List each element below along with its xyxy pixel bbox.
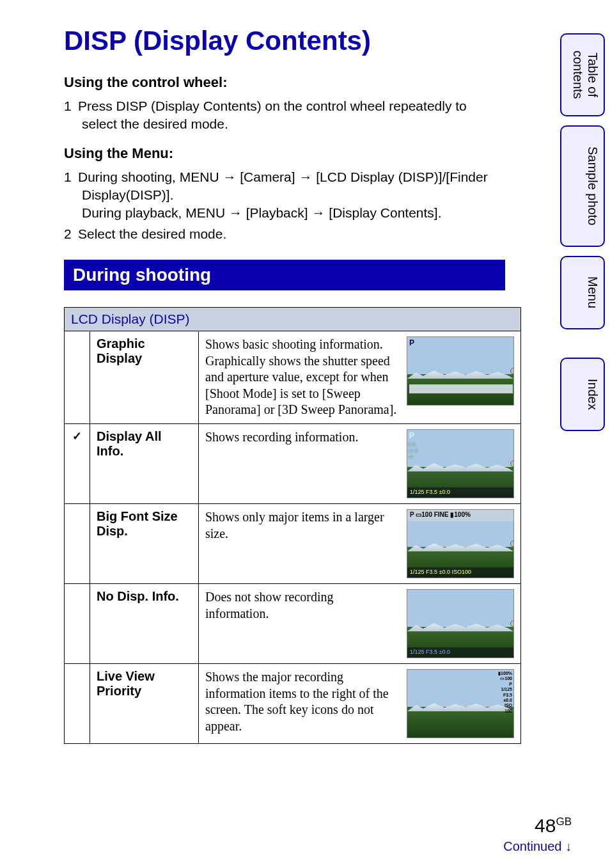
page-number: 48GB xyxy=(503,815,572,837)
table-row: Big Font Size Disp. Shows only major ite… xyxy=(65,504,521,584)
thumb-graphic-display: P xyxy=(407,336,514,406)
table-row: Live View Priority Shows the major recor… xyxy=(65,664,521,744)
row-check xyxy=(65,584,90,664)
table-row: Graphic Display Shows basic shooting inf… xyxy=(65,331,521,424)
lcd-display-table: LCD Display (DISP) Graphic Display Shows… xyxy=(64,307,521,744)
steps-wheel: 1Press DISP (Display Contents) on the co… xyxy=(64,97,505,134)
continued-indicator: Continued ↓ xyxy=(503,839,572,854)
table-row: No Disp. Info. Does not show recording i… xyxy=(65,584,521,664)
row-check: ✓ xyxy=(65,424,90,504)
subhead-menu: Using the Menu: xyxy=(64,145,505,162)
step-menu-2: Select the desired mode. xyxy=(78,226,226,241)
thumb-live-view-priority: ▮100% ▭100 P 1/125 F3.5 ±0.0 ISO 100 xyxy=(407,669,514,738)
row-desc: Shows basic shooting information. Graphi… xyxy=(205,336,399,418)
row-name: Big Font Size Disp. xyxy=(90,504,199,584)
page-title: DISP (Display Contents) xyxy=(64,26,505,56)
row-desc: Shows only major items in a larger size. xyxy=(205,509,399,542)
section-heading-shooting: During shooting xyxy=(64,260,505,290)
subhead-wheel: Using the control wheel: xyxy=(64,74,505,91)
thumb-no-disp: 1/125 F3.5 ±0.0 xyxy=(407,589,514,658)
step-wheel-1: Press DISP (Display Contents) on the con… xyxy=(78,99,467,131)
row-check xyxy=(65,331,90,424)
tab-contents[interactable]: Table of contents xyxy=(560,33,605,116)
row-check xyxy=(65,664,90,744)
step-menu-1: During shooting, MENU → [Camera] → [LCD … xyxy=(78,170,488,221)
row-desc: Shows recording information. xyxy=(205,429,399,446)
table-row: ✓ Display All Info. Shows recording info… xyxy=(65,424,521,504)
thumb-big-font: P ▭100 FINE ▮100% 1/125 F3.5 ±0.0 ISO100 xyxy=(407,509,514,578)
row-name: No Disp. Info. xyxy=(90,584,199,664)
row-name: Display All Info. xyxy=(90,424,199,504)
steps-menu: 1During shooting, MENU → [Camera] → [LCD… xyxy=(64,168,505,243)
thumb-display-all-info: P ▯ ▯▭ ▯▭ 1/125 F3.5 ±0.0 xyxy=(407,429,514,498)
row-name: Live View Priority xyxy=(90,664,199,744)
row-name: Graphic Display xyxy=(90,331,199,424)
tab-sample-photo[interactable]: Sample photo xyxy=(560,125,605,247)
tab-menu[interactable]: Menu xyxy=(560,256,605,329)
row-desc: Does not show recording information. xyxy=(205,589,399,622)
table-title: LCD Display (DISP) xyxy=(65,308,521,331)
row-check xyxy=(65,504,90,584)
tab-index[interactable]: Index xyxy=(560,358,605,431)
row-desc: Shows the major recording information it… xyxy=(205,669,399,734)
